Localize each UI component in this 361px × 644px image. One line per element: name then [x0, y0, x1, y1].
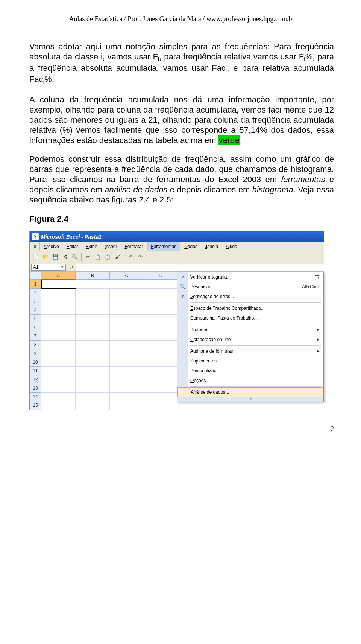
menu-formatar[interactable]: Formatar [121, 242, 147, 251]
cell-A1[interactable] [42, 280, 76, 289]
row-header-10[interactable]: 10 [30, 358, 41, 367]
cell-D8[interactable] [144, 341, 178, 349]
cell-B9[interactable] [76, 349, 110, 358]
cell-B6[interactable] [76, 323, 110, 332]
row-header-14[interactable]: 14 [30, 393, 41, 401]
cell-B1[interactable] [76, 280, 110, 289]
row-header-7[interactable]: 7 [30, 332, 41, 341]
toolbar-button[interactable]: 🖨 [61, 253, 70, 262]
row-header-1[interactable]: 1 [30, 280, 42, 289]
menu-editar[interactable]: Editar [63, 242, 82, 251]
cell-D6[interactable] [144, 323, 178, 332]
row-header-11[interactable]: 11 [30, 367, 41, 375]
row-header-4[interactable]: 4 [30, 306, 41, 315]
cell-A3[interactable] [41, 297, 76, 306]
toolbar-button[interactable]: 📄 [31, 253, 40, 262]
col-header-B[interactable]: B [76, 272, 110, 280]
menu-item[interactable]: Proteger▶ [177, 325, 323, 335]
row-header-12[interactable]: 12 [30, 375, 41, 384]
fx-label[interactable]: fx [70, 264, 74, 270]
menu-item[interactable]: Auditoria de fórmulas▶ [177, 346, 323, 356]
menu-janela[interactable]: Janela [201, 242, 222, 251]
cell-B11[interactable] [76, 367, 110, 375]
toolbar-button[interactable]: ↷ [136, 253, 145, 262]
cell-A10[interactable] [41, 358, 76, 367]
cell-C1[interactable] [110, 280, 144, 289]
menu-inserir[interactable]: Inserir [101, 242, 121, 251]
toolbar-button[interactable]: 🔍 [70, 253, 79, 262]
cell-D13[interactable] [144, 384, 178, 393]
formula-bar[interactable] [76, 264, 324, 271]
cell-D9[interactable] [144, 349, 178, 358]
toolbar-button[interactable]: 📋 [103, 253, 112, 262]
cell-A11[interactable] [41, 367, 76, 375]
workbook-icon[interactable]: X [30, 242, 40, 251]
toolbar-button[interactable]: 💾 [51, 253, 60, 262]
chevron-down-icon[interactable]: ▼ [61, 265, 64, 269]
menu-dados[interactable]: Dados [180, 242, 201, 251]
cell-A2[interactable] [41, 289, 76, 297]
cell-C15[interactable] [110, 401, 144, 410]
row-header-9[interactable]: 9 [30, 349, 41, 358]
cell-B3[interactable] [76, 297, 110, 306]
toolbar-button[interactable]: 📂 [41, 253, 50, 262]
cell-D7[interactable] [144, 332, 178, 341]
cell-A12[interactable] [41, 375, 76, 384]
menu-item[interactable]: ⚠Verificação de erros... [177, 292, 323, 301]
cell-C5[interactable] [110, 315, 144, 323]
menu-ferramentas[interactable]: Ferramentas [147, 242, 180, 251]
row-header-2[interactable]: 2 [30, 289, 41, 297]
row-header-15[interactable]: 15 [30, 401, 41, 410]
cell-C2[interactable] [110, 289, 144, 297]
cell-B5[interactable] [76, 315, 110, 323]
cell-C3[interactable] [110, 297, 144, 306]
cell-C14[interactable] [110, 393, 144, 401]
toolbar-button[interactable]: 📋 [93, 253, 102, 262]
cell-C4[interactable] [110, 306, 144, 315]
row-header-5[interactable]: 5 [30, 315, 41, 323]
cell-D11[interactable] [144, 367, 178, 375]
cell-A4[interactable] [41, 306, 76, 315]
cell-A13[interactable] [41, 384, 76, 393]
cell-D14[interactable] [144, 393, 178, 401]
cell-D1[interactable] [144, 280, 179, 289]
cell-C10[interactable] [110, 358, 144, 367]
cell-C11[interactable] [110, 367, 144, 375]
menu-item[interactable]: Suplementos... [177, 356, 323, 366]
cell-B7[interactable] [76, 332, 110, 341]
menu-arquivo[interactable]: Arquivo [40, 242, 63, 251]
menu-item[interactable]: Compartilhar Pasta de Trabalho... [177, 313, 323, 323]
cell-A15[interactable] [41, 401, 76, 410]
menu-item[interactable]: Espaço de Trabalho Compartilhado... [177, 303, 323, 313]
cell-B15[interactable] [76, 401, 110, 410]
cell-A5[interactable] [41, 315, 76, 323]
cell-D4[interactable] [144, 306, 178, 315]
cell-A8[interactable] [41, 341, 76, 349]
cell-D10[interactable] [144, 358, 178, 367]
col-header-C[interactable]: C [110, 272, 144, 280]
toolbar-button[interactable]: ↶ [126, 253, 135, 262]
cell-A6[interactable] [41, 323, 76, 332]
cell-A14[interactable] [41, 393, 76, 401]
row-header-13[interactable]: 13 [30, 384, 41, 393]
menu-item[interactable]: Colaboração on-line▶ [177, 335, 323, 344]
cell-C8[interactable] [110, 341, 144, 349]
row-header-8[interactable]: 8 [30, 341, 41, 349]
menu-item[interactable]: 🔍Pesquisar...Alt+Click [177, 282, 323, 292]
name-box[interactable]: A1 ▼ [31, 264, 66, 271]
cell-C6[interactable] [110, 323, 144, 332]
cell-B12[interactable] [76, 375, 110, 384]
cell-D2[interactable] [144, 289, 178, 297]
toolbar-button[interactable]: ✂ [83, 253, 93, 262]
worksheet-grid[interactable]: ABCD 123456789101112131415 [30, 272, 179, 410]
menu-item[interactable]: Opções... [177, 376, 323, 385]
col-header-A[interactable]: A [41, 272, 76, 280]
cell-D3[interactable] [144, 297, 178, 306]
menu-item[interactable]: Personalizar... [177, 366, 323, 376]
cell-D12[interactable] [144, 375, 178, 384]
select-all-corner[interactable] [30, 272, 41, 280]
menu-expand-chevron[interactable]: ▾ [177, 397, 323, 402]
cell-B4[interactable] [76, 306, 110, 315]
cell-C13[interactable] [110, 384, 144, 393]
cell-B8[interactable] [76, 341, 110, 349]
